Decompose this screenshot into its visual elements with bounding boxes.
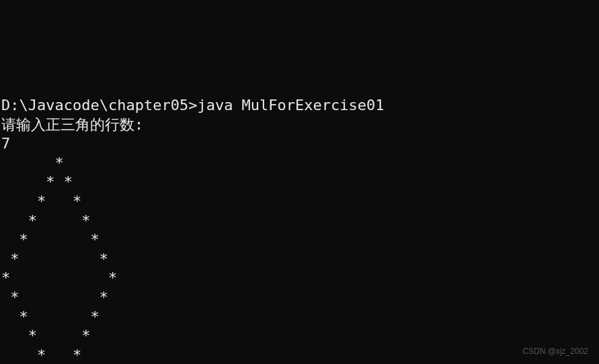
diamond-row: * * [1, 193, 81, 210]
terminal-window[interactable]: D:\Javacode\chapter05>java MulForExercis… [1, 77, 599, 364]
diamond-row: * * [1, 289, 108, 306]
diamond-row: * * [1, 347, 81, 363]
watermark-text: CSDN @xjz_2002 [522, 347, 588, 357]
diamond-row: * [1, 154, 64, 171]
diamond-row: * * [1, 308, 99, 325]
user-input: 7 [1, 135, 10, 152]
diamond-row: * * [1, 231, 99, 248]
diamond-row: * * [1, 173, 73, 190]
diamond-row: * * [1, 269, 117, 286]
prompt-message: 请输入正三角的行数: [1, 116, 143, 133]
diamond-row: * * [1, 327, 90, 344]
command-line: D:\Javacode\chapter05>java MulForExercis… [1, 97, 385, 113]
diamond-row: * * [1, 251, 108, 267]
diamond-row: * * [1, 212, 90, 229]
